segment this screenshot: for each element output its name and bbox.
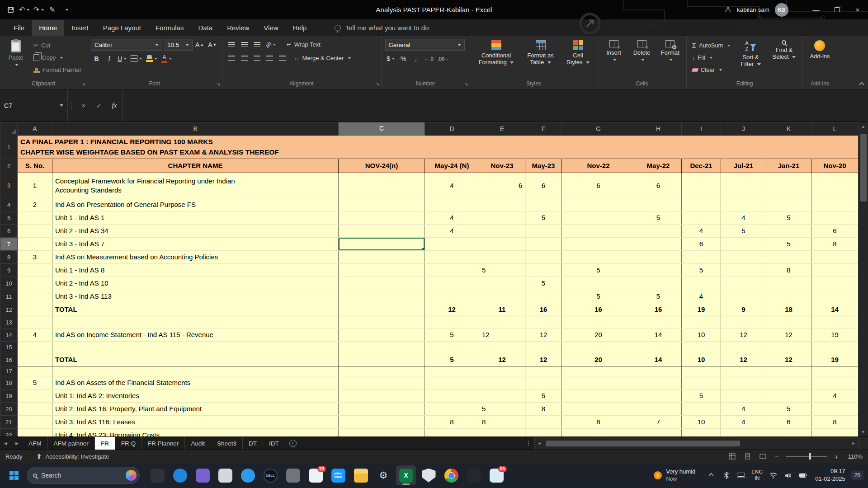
cell-I4[interactable] [682, 198, 721, 211]
cell-G6[interactable] [562, 225, 635, 238]
cell-H15[interactable] [635, 342, 682, 353]
conditional-formatting-button[interactable]: Conditional Formatting [474, 39, 519, 67]
cell-A19[interactable] [18, 389, 52, 403]
cell-C4[interactable] [339, 198, 425, 211]
accounting-format-button[interactable]: $ [385, 53, 396, 64]
autosum-button[interactable]: ΣAutoSum [690, 40, 732, 51]
cell-C7[interactable] [339, 238, 425, 251]
cell-B22[interactable]: Unit 4: Ind AS 23: Borrowing Costs [52, 429, 339, 437]
cell-L7[interactable]: 8 [811, 238, 859, 251]
cell-D18[interactable] [425, 376, 479, 389]
row-header-18[interactable]: 18 [0, 376, 18, 389]
cell-H10[interactable] [635, 277, 682, 290]
cell-H17[interactable] [635, 366, 682, 376]
cell-C17[interactable] [339, 366, 425, 376]
tell-me-search[interactable]: Tell me what you want to do [335, 24, 429, 32]
sheet-tab-audit[interactable]: Audit [185, 437, 211, 450]
format-painter-button[interactable]: Format Painter [32, 65, 83, 75]
cell-L10[interactable] [811, 277, 859, 290]
cell-D10[interactable] [425, 277, 479, 290]
row-header-4[interactable]: 4 [0, 198, 18, 211]
cell-G22[interactable] [562, 429, 635, 437]
cell-J3[interactable] [721, 173, 766, 198]
cell-D19[interactable] [425, 389, 479, 403]
column-header-K[interactable]: K [766, 122, 811, 135]
vertical-scroll-thumb[interactable] [860, 134, 867, 202]
row-header-12[interactable]: 12 [0, 303, 18, 316]
row-header-6[interactable]: 6 [0, 225, 18, 238]
scroll-up-arrow[interactable]: ▲ [859, 122, 868, 131]
zoom-slider[interactable] [786, 456, 827, 457]
cell-G12[interactable]: 16 [562, 303, 635, 316]
cell-I12[interactable]: 19 [682, 303, 721, 316]
cell-C19[interactable] [339, 389, 425, 403]
save-button[interactable] [4, 2, 17, 18]
cell-G7[interactable] [562, 238, 635, 251]
cell-C8[interactable] [339, 251, 425, 264]
cell-A17[interactable] [18, 366, 52, 376]
cell-H6[interactable] [635, 225, 682, 238]
row-header-14[interactable]: 14 [0, 328, 18, 342]
cell-B14[interactable]: Ind AS on Income Statement - Ind AS 115 … [52, 328, 339, 342]
cell-G16[interactable]: 20 [562, 353, 635, 366]
taskbar-app-gray-app[interactable] [283, 465, 303, 485]
cell-J5[interactable]: 4 [721, 211, 766, 225]
cell-B5[interactable]: Unit 1 - Ind AS 1 [52, 211, 339, 225]
align-left-button[interactable] [226, 52, 237, 64]
cell-I11[interactable]: 4 [682, 290, 721, 303]
row-header-9[interactable]: 9 [0, 264, 18, 277]
sheet-tab-sheet3[interactable]: Sheet3 [211, 437, 243, 450]
cell-K12[interactable]: 18 [766, 303, 811, 316]
borders-button[interactable] [129, 53, 143, 64]
page-layout-view-button[interactable] [742, 452, 752, 461]
cell-K13[interactable] [766, 316, 811, 328]
cell-L15[interactable] [811, 342, 859, 353]
cell-K19[interactable] [766, 389, 811, 403]
cell-D13[interactable] [425, 316, 479, 328]
cell-E8[interactable] [479, 251, 525, 264]
cell-H4[interactable] [635, 198, 682, 211]
cell-J20[interactable]: 4 [721, 403, 766, 416]
cell-F19[interactable]: 5 [525, 389, 562, 403]
row-header-11[interactable]: 11 [0, 290, 18, 303]
cell-K6[interactable] [766, 225, 811, 238]
cell-H5[interactable]: 5 [635, 211, 682, 225]
new-sheet-button[interactable]: + [285, 437, 301, 450]
cell-A2[interactable]: S. No. [18, 159, 52, 173]
zoom-in-button[interactable]: + [833, 453, 840, 460]
cell-J14[interactable]: 12 [721, 328, 766, 342]
cell-E16[interactable]: 12 [479, 353, 525, 366]
cell-L12[interactable]: 14 [811, 303, 859, 316]
column-header-H[interactable]: H [635, 122, 682, 135]
cell-F3[interactable]: 6 [525, 173, 562, 198]
cell-E18[interactable] [479, 376, 525, 389]
cell-J21[interactable]: 4 [721, 416, 766, 429]
cell-H12[interactable]: 16 [635, 303, 682, 316]
zoom-out-button[interactable]: − [773, 453, 780, 460]
cell-B15[interactable] [52, 342, 339, 353]
cell-J22[interactable] [721, 429, 766, 437]
notification-count[interactable]: 25 [851, 471, 863, 480]
account-name[interactable]: kabilan sam [737, 6, 769, 13]
page-break-view-button[interactable] [758, 452, 768, 461]
cell-I6[interactable]: 4 [682, 225, 721, 238]
row-header-5[interactable]: 5 [0, 211, 18, 225]
cell-E6[interactable] [479, 225, 525, 238]
row-header-7[interactable]: 7 [0, 238, 18, 251]
cell-F20[interactable]: 8 [525, 403, 562, 416]
row-header-8[interactable]: 8 [0, 251, 18, 264]
cell-L3[interactable] [811, 173, 859, 198]
cell-C18[interactable] [339, 376, 425, 389]
cell-K8[interactable] [766, 251, 811, 264]
cell-I18[interactable] [682, 376, 721, 389]
cell-A22[interactable] [18, 429, 52, 437]
sheet-tab-fr-planner[interactable]: FR Planner [142, 437, 185, 450]
clock[interactable]: 09:1701-02-2025 [815, 468, 845, 483]
cell-C15[interactable] [339, 342, 425, 353]
sort-filter-button[interactable]: AZ Sort & Filter [736, 39, 765, 69]
cell-E20[interactable]: 5 [479, 403, 525, 416]
cell-C5[interactable] [339, 211, 425, 225]
cell-F7[interactable] [525, 238, 562, 251]
cell-D15[interactable] [425, 342, 479, 353]
cell-E3[interactable]: 6 [479, 173, 525, 198]
